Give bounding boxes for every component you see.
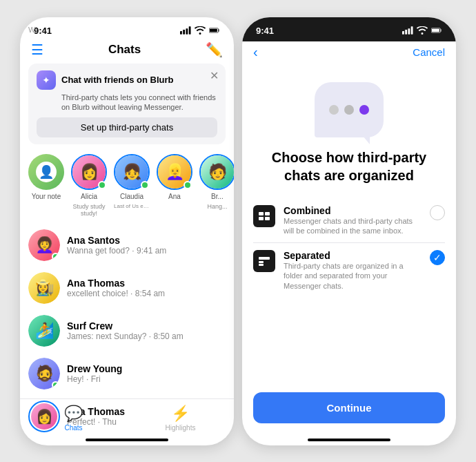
svg-rect-13 [265, 212, 270, 215]
cancel-button[interactable]: Cancel [413, 46, 445, 58]
story-label-br: Br... [211, 193, 224, 200]
option-combined-text: Combined Messenger chats and third-party… [284, 205, 422, 236]
combined-title: Combined [284, 205, 422, 216]
chat-preview: excellent choice! · 8:54 am [67, 289, 226, 298]
chat-name: Surf Crew [67, 320, 226, 331]
combined-icon [253, 205, 275, 227]
story-item-your-note[interactable]: 👤 Your note [28, 154, 64, 200]
chat-item-surf-crew[interactable]: 🏄 Surf Crew James: next Sunday? · 8:50 a… [20, 309, 234, 352]
nav-chats-label: Chats [64, 424, 82, 432]
banner-title: Chat with friends on Blurb [61, 75, 174, 85]
chat-info-ana-santos: Ana Santos Wanna get food? · 9:41 am [67, 235, 226, 256]
chats-nav-icon: 💬 [64, 405, 83, 423]
battery-icon [209, 26, 220, 35]
svg-rect-9 [411, 26, 413, 34]
chat-avatar-ana-thomas-1: 👩‍🌾 [28, 272, 60, 304]
watermark: Wi... [28, 26, 43, 34]
combined-radio[interactable] [430, 205, 445, 220]
status-icons-right [402, 26, 442, 35]
battery-icon-right [431, 26, 442, 35]
chat-bubble [315, 82, 384, 137]
svg-rect-15 [265, 217, 270, 220]
story-label-your-note: Your note [32, 193, 61, 200]
svg-rect-5 [210, 29, 217, 32]
story-item-ana[interactable]: 👱‍♀️ Ana [157, 154, 192, 200]
nav-chats[interactable]: 💬 Chats [20, 405, 127, 432]
third-party-banner: ✕ ✦ Chat with friends on Blurb Third-par… [28, 64, 226, 145]
story-label-alicia: Alicia [81, 193, 97, 200]
close-banner-button[interactable]: ✕ [210, 69, 219, 82]
svg-rect-3 [189, 26, 191, 34]
svg-rect-18 [259, 264, 264, 266]
chat-illustration [242, 68, 456, 148]
setup-third-party-button[interactable]: Set up third-party chats [37, 117, 217, 137]
highlights-nav-icon: ⚡ [171, 405, 190, 423]
status-bar-left: 9:41 [20, 17, 234, 39]
online-indicator [52, 381, 59, 389]
online-indicator [52, 253, 59, 260]
page-title: Chats [108, 43, 141, 57]
separated-title: Separated [284, 250, 422, 261]
chat-name: Drew Young [67, 363, 226, 374]
dot-2 [344, 105, 354, 115]
status-icons-left [180, 26, 220, 35]
alicia-avatar: 👩 [71, 154, 107, 190]
option-separated[interactable]: Separated Third-party chats are organize… [253, 243, 445, 298]
chat-info-surf-crew: Surf Crew James: next Sunday? · 8:50 am [67, 320, 226, 341]
chat-info-ana-thomas-1: Ana Thomas excellent choice! · 8:54 am [67, 278, 226, 298]
left-phone: Wi... 9:41 [20, 17, 234, 445]
menu-icon[interactable]: ☰ [31, 41, 43, 58]
svg-rect-0 [180, 31, 182, 35]
chat-item-drew-young[interactable]: 🧔 Drew Young Hey! · Fri [20, 352, 234, 395]
back-button[interactable]: ‹ [253, 44, 258, 60]
status-bar-right: 9:41 [256, 26, 442, 36]
dot-1 [329, 105, 339, 115]
right-phone: 9:41 [242, 17, 456, 445]
chat-item-ana-santos[interactable]: 👩‍🦱 Ana Santos Wanna get food? · 9:41 am [20, 224, 234, 267]
chat-avatar-drew-young: 🧔 [28, 358, 60, 389]
bubble-tail [363, 136, 370, 144]
option-combined[interactable]: Combined Messenger chats and third-party… [253, 198, 445, 243]
svg-rect-8 [408, 28, 410, 34]
chat-preview: Wanna get food? · 9:41 am [67, 246, 226, 256]
wifi-icon-right [417, 26, 428, 35]
signal-icon-right [402, 26, 413, 35]
wifi-icon [195, 26, 206, 35]
continue-button[interactable]: Continue [253, 392, 445, 423]
signal-icon [180, 26, 191, 35]
svg-rect-2 [186, 28, 188, 34]
nav-highlights[interactable]: ⚡ Highlights [127, 405, 234, 432]
story-item-alicia[interactable]: 👩 Alicia Study study study! [71, 154, 107, 217]
separated-icon [253, 250, 275, 272]
separated-radio[interactable]: ✓ [430, 250, 445, 265]
time-right: 9:41 [256, 26, 274, 36]
story-item-br[interactable]: 🧑 Br... Hang... [199, 154, 234, 210]
home-indicator-right [308, 439, 390, 441]
banner-header: ✦ Chat with friends on Blurb [37, 70, 217, 90]
option-separated-text: Separated Third-party chats are organize… [284, 250, 422, 291]
story-sublabel-br: Hang... [207, 203, 227, 210]
right-header: ‹ Cancel [242, 41, 456, 68]
svg-rect-7 [405, 30, 407, 35]
svg-rect-12 [259, 212, 264, 215]
chat-item-ana-thomas-1[interactable]: 👩‍🌾 Ana Thomas excellent choice! · 8:54 … [20, 267, 234, 309]
chat-name: Ana Thomas [67, 278, 226, 289]
svg-rect-14 [259, 217, 264, 220]
br-avatar: 🧑 [199, 154, 234, 190]
story-label-ana: Ana [168, 193, 181, 200]
story-sublabel-claudia: Last of Us episode 3... [114, 203, 150, 209]
options-list: Combined Messenger chats and third-party… [242, 198, 456, 298]
banner-description: Third-party chats lets you connect with … [61, 93, 217, 113]
claudia-avatar: 👧 [114, 154, 150, 190]
svg-rect-16 [259, 257, 270, 260]
home-indicator-left [86, 439, 168, 441]
chats-header: ☰ Chats ✏️ [20, 39, 234, 64]
story-label-claudia: Claudia [120, 193, 143, 200]
story-item-claudia[interactable]: 👧 Claudia Last of Us episode 3... [114, 154, 150, 209]
chat-preview: James: next Sunday? · 8:50 am [67, 331, 226, 341]
svg-rect-6 [402, 31, 404, 35]
compose-icon[interactable]: ✏️ [206, 41, 223, 58]
chat-info-drew-young: Drew Young Hey! · Fri [67, 363, 226, 384]
chat-avatar-surf-crew: 🏄 [28, 315, 60, 347]
nav-highlights-label: Highlights [166, 424, 196, 432]
